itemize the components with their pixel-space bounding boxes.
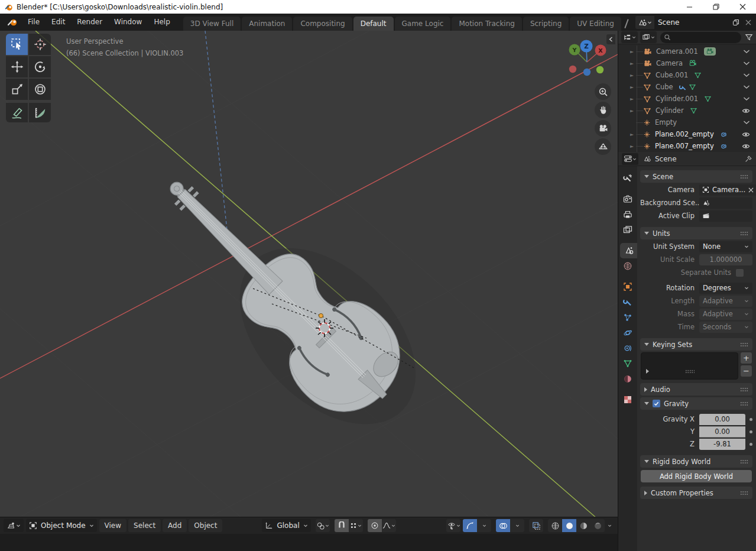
shading-wireframe-button[interactable]: [548, 519, 562, 532]
tab-texture[interactable]: [618, 392, 637, 407]
rotation-dropdown[interactable]: Degrees: [699, 283, 752, 294]
mesh-data-icon[interactable]: [704, 95, 712, 102]
outliner-row-plane-007-empty[interactable]: ► Plane.007_empty: [618, 140, 756, 152]
active-clip-field[interactable]: [699, 210, 752, 222]
camera-data-icon[interactable]: [689, 60, 697, 67]
snap-toggle[interactable]: [335, 519, 349, 532]
camera-field[interactable]: Camera...: [699, 184, 756, 196]
mesh-data-icon[interactable]: [694, 72, 702, 79]
units-panel-header[interactable]: Units: [640, 227, 752, 239]
add-keying-set-button[interactable]: +: [741, 352, 752, 364]
minimize-button[interactable]: [676, 0, 703, 14]
outliner-display-mode-dropdown[interactable]: [621, 31, 638, 43]
constraint-icon[interactable]: [720, 131, 728, 138]
chevron-down-icon[interactable]: [743, 85, 750, 89]
gravity-x-field[interactable]: 0.00: [699, 414, 745, 425]
tab-view-layer[interactable]: [618, 222, 637, 238]
expander-icon[interactable]: ►: [630, 73, 636, 78]
tab-motion-tracking[interactable]: Motion Tracking: [452, 17, 521, 31]
chevron-down-icon[interactable]: [743, 49, 750, 54]
gravity-checkbox[interactable]: [653, 400, 660, 407]
overlays-dropdown[interactable]: [510, 519, 524, 532]
gizmo-ball-negative[interactable]: [583, 69, 590, 76]
menu-select[interactable]: Select: [128, 519, 161, 532]
navigation-gizmo[interactable]: Y Z X: [562, 38, 609, 85]
camera-view-icon[interactable]: [595, 120, 611, 137]
outliner-row-cube-001[interactable]: ► Cube.001: [618, 69, 756, 81]
chevron-down-icon[interactable]: [743, 120, 750, 125]
tab-scene[interactable]: [620, 243, 637, 258]
eye-icon[interactable]: [742, 108, 750, 114]
gravity-y-field[interactable]: 0.00: [699, 426, 745, 437]
camera-data-icon-selected[interactable]: [704, 47, 716, 56]
orientation-dropdown[interactable]: Global: [262, 519, 310, 532]
shading-rendered-button[interactable]: [590, 519, 605, 532]
violin-model[interactable]: [127, 135, 449, 457]
tab-object-data[interactable]: [618, 356, 637, 371]
mesh-data-icon[interactable]: [690, 107, 697, 114]
background-scene-field[interactable]: [699, 197, 752, 209]
separate-units-checkbox[interactable]: [736, 269, 744, 277]
menu-file[interactable]: File: [22, 14, 46, 31]
menu-window[interactable]: Window: [108, 14, 148, 31]
panel-grip[interactable]: [740, 401, 748, 406]
gizmo-ball-negative[interactable]: [596, 66, 603, 73]
close-button[interactable]: [729, 0, 756, 14]
remove-keying-set-button[interactable]: −: [741, 365, 752, 377]
tool-annotate[interactable]: [6, 103, 28, 122]
audio-panel-header[interactable]: Audio: [640, 383, 752, 396]
animate-dot-icon[interactable]: [749, 430, 752, 433]
outliner-row-cube[interactable]: ► Cube: [618, 81, 756, 93]
scene-name-field[interactable]: Scene: [654, 16, 743, 29]
eye-icon[interactable]: [742, 143, 750, 150]
animate-dot-icon[interactable]: [749, 443, 752, 446]
menu-help[interactable]: Help: [148, 14, 176, 31]
blender-logo-icon[interactable]: [4, 18, 22, 27]
keying-sets-panel-header[interactable]: Keying Sets: [640, 338, 752, 351]
outliner-row-empty[interactable]: ► Empty: [618, 116, 756, 128]
eye-icon[interactable]: [742, 131, 750, 138]
tab-render[interactable]: [618, 192, 637, 207]
tool-move[interactable]: [6, 56, 28, 77]
expander-icon[interactable]: ►: [630, 49, 636, 54]
tab-tool[interactable]: [618, 171, 637, 186]
outliner-row-plane-002-empty[interactable]: ► Plane.002_empty: [618, 128, 756, 140]
tool-rotate[interactable]: [29, 56, 51, 77]
scene-copy-icon[interactable]: [732, 19, 739, 26]
toggle-ortho-icon[interactable]: [595, 138, 611, 155]
mesh-data-icon[interactable]: [689, 83, 696, 90]
tab-default[interactable]: Default: [353, 17, 394, 31]
tab-object[interactable]: [618, 279, 637, 294]
rigid-body-panel-header[interactable]: Rigid Body World: [640, 455, 752, 468]
pan-hand-icon[interactable]: [595, 102, 611, 118]
shading-dropdown[interactable]: [605, 519, 614, 532]
tab-world[interactable]: [618, 258, 637, 274]
tab-output[interactable]: [618, 207, 637, 222]
outliner-filter-display-dropdown[interactable]: [640, 31, 657, 43]
expander-icon[interactable]: ►: [630, 96, 636, 102]
sidebar-toggle[interactable]: [606, 34, 615, 44]
tab-material[interactable]: [618, 371, 637, 387]
xray-toggle[interactable]: [529, 519, 543, 532]
editor-type-button[interactable]: [4, 519, 24, 532]
scene-unlink-icon[interactable]: [743, 20, 754, 25]
outliner-row-camera-001[interactable]: ► Camera.001: [618, 46, 756, 57]
zoom-icon[interactable]: [595, 83, 611, 100]
panel-grip[interactable]: [740, 459, 748, 464]
outliner-row-camera[interactable]: ► Camera: [618, 57, 756, 69]
tool-scale[interactable]: [6, 79, 28, 100]
menu-object[interactable]: Object: [189, 519, 222, 532]
pivot-point-dropdown[interactable]: [316, 519, 330, 532]
show-overlays-toggle[interactable]: [496, 519, 510, 532]
chevron-down-icon[interactable]: [743, 61, 750, 66]
proportional-editing-toggle[interactable]: [368, 519, 382, 532]
panel-grip[interactable]: [740, 231, 748, 236]
tab-game-logic[interactable]: Game Logic: [395, 17, 451, 31]
outliner-row-cylinder-001[interactable]: ► Cylinder.001: [618, 93, 756, 105]
mode-dropdown[interactable]: Object Mode: [26, 519, 97, 532]
object-visibility-dropdown[interactable]: [446, 519, 460, 532]
tool-measure[interactable]: [29, 103, 51, 122]
panel-grip[interactable]: [740, 174, 748, 179]
constraint-icon[interactable]: [720, 142, 728, 150]
camera-clear-icon[interactable]: [748, 187, 754, 193]
